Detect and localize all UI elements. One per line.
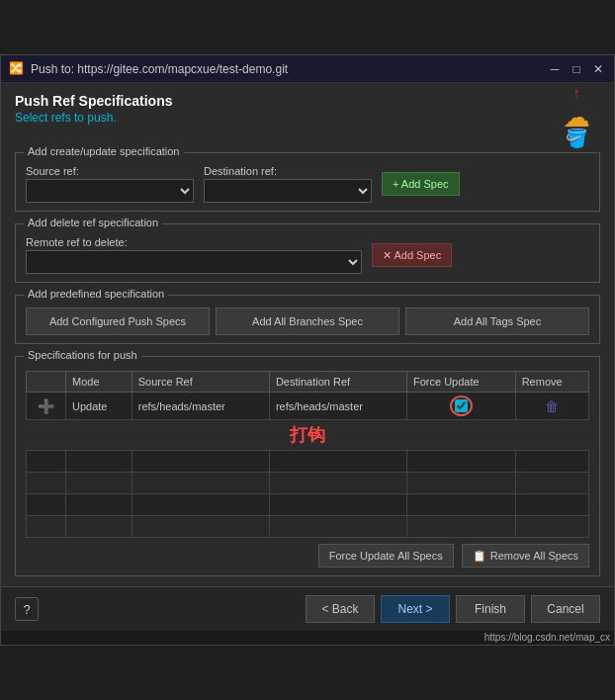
- watermark-bar: https://blog.csdn.net/map_cx: [1, 631, 614, 645]
- dialog-content: Push Ref Specifications Select refs to p…: [1, 83, 614, 586]
- specs-group-label: Specifications for push: [24, 349, 141, 361]
- minimize-button[interactable]: ─: [547, 61, 563, 77]
- col-dest-ref: Destination Ref: [269, 372, 406, 393]
- upload-arrow-icon: ↑: [573, 85, 580, 101]
- empty-cell: [269, 451, 406, 473]
- remote-ref-select[interactable]: [26, 250, 362, 274]
- specs-table: Mode Source Ref Destination Ref Force Up…: [26, 371, 589, 538]
- col-mode-label: Mode: [66, 372, 132, 393]
- empty-cell: [132, 451, 269, 473]
- empty-cell: [515, 516, 588, 538]
- header-text: Push Ref Specifications Select refs to p…: [15, 93, 172, 125]
- empty-cell: [269, 494, 406, 516]
- app-icon: 🔀: [9, 61, 25, 77]
- help-button[interactable]: ?: [15, 597, 39, 621]
- barrel-icon: 🪣: [566, 128, 587, 149]
- empty-cell: [66, 473, 132, 494]
- empty-cell: [269, 516, 406, 538]
- empty-cell: [269, 473, 406, 494]
- empty-cell: [407, 516, 516, 538]
- add-all-branches-spec-button[interactable]: Add All Branches Spec: [216, 307, 399, 335]
- close-button[interactable]: ✕: [590, 61, 606, 77]
- create-update-group-label: Add create/update specification: [24, 145, 184, 157]
- delete-add-spec-btn-wrapper: ✕ Add Spec: [372, 243, 452, 267]
- add-row-icon: ➕: [38, 398, 54, 414]
- add-spec-btn-wrapper: + Add Spec: [382, 172, 460, 196]
- empty-cell: [515, 473, 588, 494]
- source-ref-select[interactable]: [26, 179, 194, 203]
- cancel-button[interactable]: Cancel: [531, 595, 600, 623]
- row-delete-button[interactable]: 🗑: [545, 398, 559, 414]
- col-mode: [27, 372, 66, 393]
- remote-ref-label: Remote ref to delete:: [26, 236, 362, 248]
- row-force-update-cell: [407, 393, 516, 420]
- remove-all-specs-button[interactable]: 📋 Remove All Specs: [462, 544, 589, 568]
- col-remove: Remove: [515, 372, 588, 393]
- page-subtitle: Select refs to push.: [15, 111, 172, 125]
- back-button[interactable]: < Back: [306, 595, 375, 623]
- predefined-group-label: Add predefined specification: [24, 288, 168, 300]
- maximize-button[interactable]: □: [569, 61, 584, 77]
- predefined-spec-group: Add predefined specification Add Configu…: [15, 295, 600, 344]
- source-ref-field: Source ref:: [26, 165, 194, 203]
- header-section: Push Ref Specifications Select refs to p…: [15, 93, 600, 140]
- empty-cell: [27, 473, 66, 494]
- empty-row-3: [27, 494, 589, 516]
- empty-row-1: [27, 451, 589, 473]
- copy-icon: 📋: [473, 550, 486, 563]
- row-source-ref: refs/heads/master: [132, 393, 269, 420]
- finish-button[interactable]: Finish: [456, 595, 525, 623]
- empty-cell: [27, 451, 66, 473]
- empty-cell: [407, 494, 516, 516]
- add-configured-push-specs-button[interactable]: Add Configured Push Specs: [26, 307, 210, 335]
- main-window: 🔀 Push to: https://gitee.com/mapcxue/tes…: [0, 54, 615, 646]
- empty-cell: [66, 516, 132, 538]
- page-title: Push Ref Specifications: [15, 93, 172, 109]
- force-update-all-specs-button[interactable]: Force Update All Specs: [318, 544, 454, 568]
- empty-cell: [407, 473, 516, 494]
- empty-cell: [66, 494, 132, 516]
- next-button[interactable]: Next >: [381, 595, 450, 623]
- add-all-tags-spec-button[interactable]: Add All Tags Spec: [405, 307, 589, 335]
- spec-actions: Force Update All Specs 📋 Remove All Spec…: [26, 544, 589, 568]
- add-spec-button[interactable]: + Add Spec: [382, 172, 460, 196]
- header-icon-area: ↑ ☁ 🪣: [553, 93, 600, 140]
- titlebar: 🔀 Push to: https://gitee.com/mapcxue/tes…: [1, 55, 614, 83]
- empty-cell: [132, 516, 269, 538]
- col-force-update: Force Update: [407, 372, 516, 393]
- delete-ref-form-row: Remote ref to delete: ✕ Add Spec: [26, 236, 589, 274]
- force-update-checkbox[interactable]: [455, 399, 468, 412]
- empty-cell: [515, 451, 588, 473]
- dest-ref-select[interactable]: [204, 179, 372, 203]
- empty-cell: [27, 516, 66, 538]
- col-source-ref: Source Ref: [132, 372, 269, 393]
- delete-add-spec-button[interactable]: ✕ Add Spec: [372, 243, 452, 267]
- row-icon-cell: ➕: [27, 393, 66, 420]
- source-ref-label: Source ref:: [26, 165, 194, 177]
- row-mode: Update: [66, 393, 132, 420]
- empty-row-4: [27, 516, 589, 538]
- empty-cell: [66, 451, 132, 473]
- empty-cell: [27, 494, 66, 516]
- annotation-text: 打钩: [290, 425, 325, 445]
- annotation-row: 打钩: [27, 420, 589, 451]
- table-row: ➕ Update refs/heads/master refs/heads/ma…: [27, 393, 589, 420]
- empty-cell: [515, 494, 588, 516]
- dest-ref-field: Destination ref:: [204, 165, 372, 203]
- footer-right: < Back Next > Finish Cancel: [306, 595, 600, 623]
- predefined-buttons-row: Add Configured Push Specs Add All Branch…: [26, 307, 589, 335]
- empty-cell: [407, 451, 516, 473]
- create-update-form-row: Source ref: Destination ref: + Add Spec: [26, 165, 589, 203]
- window-title: Push to: https://gitee.com/mapcxue/test-…: [31, 62, 541, 76]
- specs-for-push-group: Specifications for push Mode Source Ref …: [15, 356, 600, 576]
- delete-ref-group-label: Add delete ref specification: [24, 217, 162, 228]
- dest-ref-label: Destination ref:: [204, 165, 372, 177]
- dialog-footer: ? < Back Next > Finish Cancel: [1, 586, 614, 631]
- empty-cell: [132, 473, 269, 494]
- footer-left: ?: [15, 597, 39, 621]
- empty-row-2: [27, 473, 589, 494]
- create-update-spec-group: Add create/update specification Source r…: [15, 152, 600, 212]
- row-dest-ref: refs/heads/master: [269, 393, 406, 420]
- force-update-checkbox-wrapper: [450, 395, 473, 416]
- remote-ref-field: Remote ref to delete:: [26, 236, 362, 274]
